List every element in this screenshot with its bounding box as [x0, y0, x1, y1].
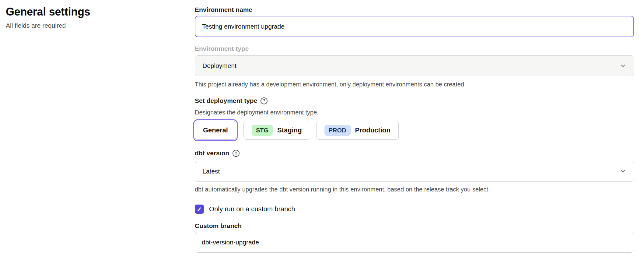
deployment-type-general-button[interactable]: General	[195, 121, 236, 140]
deployment-type-staging-button[interactable]: STG Staging	[243, 121, 310, 140]
production-badge: PROD	[324, 125, 351, 136]
deployment-type-production-label: Production	[355, 126, 390, 134]
dbt-version-helper: dbt automatically upgrades the dbt versi…	[195, 186, 634, 193]
deployment-type-production-button[interactable]: PROD Production	[316, 121, 399, 140]
deployment-type-general-label: General	[203, 126, 228, 134]
help-icon[interactable]: ?	[261, 97, 268, 104]
help-icon[interactable]: ?	[233, 150, 240, 157]
chevron-down-icon	[620, 62, 626, 69]
deployment-type-label: Set deployment type	[195, 97, 257, 104]
custom-branch-input[interactable]	[195, 232, 634, 253]
page-subtitle: All fields are required	[6, 22, 195, 29]
deployment-type-options: General STG Staging PROD Production	[195, 121, 634, 140]
custom-branch-label: Custom branch	[195, 222, 634, 230]
chevron-down-icon	[620, 168, 626, 175]
dbt-version-label: dbt version	[195, 149, 229, 157]
environment-type-label: Environment type	[195, 45, 634, 52]
dbt-version-label-row: dbt version ?	[195, 149, 634, 157]
environment-name-input[interactable]	[195, 16, 634, 37]
dbt-version-select[interactable]: Latest	[195, 161, 634, 182]
page-header: General settings All fields are required	[0, 0, 195, 29]
page-title: General settings	[6, 5, 195, 18]
staging-badge: STG	[252, 125, 273, 136]
environment-type-select[interactable]: Deployment	[195, 55, 634, 76]
checkmark-icon: ✓	[197, 206, 202, 212]
custom-branch-checkbox[interactable]: ✓	[195, 205, 204, 214]
deployment-type-label-row: Set deployment type ?	[195, 97, 634, 104]
deployment-type-staging-label: Staging	[277, 126, 302, 134]
deployment-type-helper: Designates the deployment environment ty…	[195, 109, 634, 116]
environment-name-label: Environment name	[195, 6, 634, 13]
environment-type-value: Deployment	[202, 62, 236, 69]
custom-branch-toggle-row: ✓ Only run on a custom branch	[195, 205, 634, 214]
custom-branch-checkbox-label: Only run on a custom branch	[209, 205, 295, 213]
dbt-version-value: Latest	[202, 168, 220, 175]
settings-page: General settings All fields are required…	[0, 0, 644, 253]
environment-type-helper: This project already has a development e…	[195, 81, 634, 88]
settings-form: Environment name Environment type Deploy…	[195, 0, 634, 253]
